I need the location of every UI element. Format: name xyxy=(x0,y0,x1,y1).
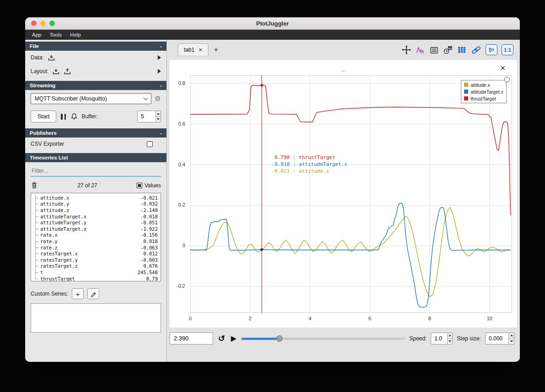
legend-label: attitude.x xyxy=(470,82,490,88)
start-button[interactable]: Start xyxy=(31,111,56,122)
timeseries-row[interactable]: rate.x-0.156 xyxy=(33,232,159,238)
add-custom-series-button[interactable]: + xyxy=(72,288,84,299)
tab-close-icon[interactable]: × xyxy=(198,48,202,52)
new-tab-button[interactable]: + xyxy=(208,45,224,54)
legend-handle-icon[interactable] xyxy=(504,77,510,82)
tab-tab1[interactable]: tab1 × xyxy=(178,43,208,56)
data-menu-arrow-icon[interactable] xyxy=(158,55,161,60)
content: File - Data: Layout: xyxy=(25,40,520,362)
collapse-icon[interactable]: - xyxy=(160,43,162,49)
link-xaxis-icon[interactable] xyxy=(471,45,481,55)
menu-item-help[interactable]: Help xyxy=(66,30,85,40)
timeseries-value: 0.79 xyxy=(146,276,159,281)
speed-input[interactable] xyxy=(431,333,447,344)
buffer-up-icon[interactable] xyxy=(156,111,160,117)
relative-time-icon[interactable]: tO xyxy=(486,44,497,55)
timeseries-row[interactable]: attitudeTarget.x-0.018 xyxy=(33,213,159,220)
edit-custom-series-button[interactable] xyxy=(87,288,99,299)
step-down-icon[interactable] xyxy=(509,339,514,344)
step-size-input[interactable] xyxy=(486,333,508,344)
timeseries-row[interactable]: rate.y0.018 xyxy=(33,238,159,244)
timeseries-row[interactable]: attitude.z-2.148 xyxy=(33,207,159,213)
timeseries-name: t xyxy=(40,270,138,275)
csv-exporter-checkbox[interactable] xyxy=(147,141,153,147)
publishers-section-header[interactable]: Publishers - xyxy=(25,128,166,138)
tree-branch-icon xyxy=(33,275,40,281)
tree-branch-icon xyxy=(33,226,40,232)
menu-item-app[interactable]: App xyxy=(28,30,45,40)
timeline-handle[interactable] xyxy=(276,335,283,342)
y-tick-label: 0.2 xyxy=(178,202,185,207)
timeseries-row[interactable]: attitude.y-0.032 xyxy=(33,201,159,207)
bell-icon[interactable] xyxy=(70,113,78,120)
timeseries-row[interactable]: ratesTarget.y-0.003 xyxy=(33,257,159,263)
buffer-input[interactable] xyxy=(138,111,155,122)
datetime-icon[interactable] xyxy=(443,45,453,55)
menu-item-tools[interactable]: Tools xyxy=(45,30,66,40)
timeseries-name: rate.x xyxy=(40,232,140,238)
legend-item[interactable]: attitude.x xyxy=(463,81,504,88)
tree-branch-icon xyxy=(33,263,40,270)
pause-icon[interactable] xyxy=(60,113,67,121)
legend-item[interactable]: attitudeTarget.x xyxy=(463,88,504,95)
play-button[interactable]: ▶ xyxy=(230,335,237,342)
tree-branch-icon xyxy=(33,207,40,213)
plot-style-icon[interactable]: A xyxy=(416,45,425,55)
ratio-1to1-icon[interactable]: 1:1 xyxy=(502,44,513,55)
file-section-title: File xyxy=(30,43,39,49)
collapse-icon[interactable]: - xyxy=(160,130,162,136)
legend-item[interactable]: thrustTarget xyxy=(463,95,504,102)
values-toggle[interactable]: Values xyxy=(137,182,161,189)
layout-menu-arrow-icon[interactable] xyxy=(158,69,161,74)
timeseries-section-title: Timeseries List xyxy=(30,155,68,160)
trash-icon[interactable] xyxy=(31,181,38,189)
timeseries-value: 0.012 xyxy=(143,251,159,256)
plot-toolbar: A tO 1:1 xyxy=(401,44,513,55)
legend-label: attitudeTarget.x xyxy=(470,89,503,95)
file-section-header[interactable]: File - xyxy=(25,42,166,51)
data-label: Data: xyxy=(31,54,44,61)
timeseries-row[interactable]: attitude.x-0.021 xyxy=(33,195,159,201)
current-time-input[interactable] xyxy=(170,332,213,344)
timeseries-row[interactable]: ratesTarget.x0.012 xyxy=(33,250,159,257)
streaming-source-select[interactable]: MQTT Subscriber (Mosquitto) xyxy=(31,93,151,104)
custom-series-list[interactable] xyxy=(31,303,161,333)
load-layout-icon[interactable] xyxy=(52,68,60,75)
timeseries-row[interactable]: rate.z-0.063 xyxy=(33,244,159,251)
desktop: { "window": { "title": "PlotJuggler" }, … xyxy=(0,0,545,392)
timeseries-row[interactable]: thrustTarget0.79 xyxy=(33,275,159,281)
timeseries-row[interactable]: t245.548 xyxy=(33,269,159,275)
step-up-icon[interactable] xyxy=(509,333,514,339)
speed-up-icon[interactable] xyxy=(448,333,452,339)
save-layout-icon[interactable] xyxy=(64,68,71,75)
timeline-slider[interactable] xyxy=(241,334,405,343)
filter-input[interactable] xyxy=(31,166,161,177)
streaming-section-header[interactable]: Streaming - xyxy=(25,81,166,90)
buffer-down-icon[interactable] xyxy=(156,117,160,122)
curve-list-icon[interactable] xyxy=(429,45,439,55)
plot-widget: ... × attitude.xattitudeTarget.xthrustTa… xyxy=(170,60,517,328)
x-tick-label: 4 xyxy=(304,316,316,321)
grid-view-icon[interactable] xyxy=(457,45,467,55)
step-size-spinbox xyxy=(485,333,514,344)
timeseries-row[interactable]: attitudeTarget.y-0.051 xyxy=(33,219,159,226)
x-tick-label: 6 xyxy=(364,316,376,321)
fullscreen-arrows-icon[interactable] xyxy=(401,45,411,55)
plot-close-button[interactable]: × xyxy=(500,64,505,72)
csv-exporter-label: CSV Exporter xyxy=(31,141,64,147)
tree-branch-icon xyxy=(33,244,40,251)
timeseries-name: attitudeTarget.x xyxy=(40,214,140,219)
gear-icon[interactable]: ⚙ xyxy=(155,95,161,103)
timeseries-value: -0.018 xyxy=(140,214,159,219)
chart-canvas[interactable] xyxy=(190,75,512,313)
loop-button[interactable]: ↺ xyxy=(217,334,226,343)
main-area: tab1 × + A xyxy=(167,40,520,362)
timeseries-section-header[interactable]: Timeseries List xyxy=(25,153,166,162)
values-checkbox-icon[interactable] xyxy=(137,183,142,188)
titlebar[interactable]: PlotJuggler xyxy=(25,17,520,30)
load-data-icon[interactable] xyxy=(48,54,55,61)
timeseries-row[interactable]: ratesTarget.z0.676 xyxy=(33,263,159,270)
collapse-icon[interactable]: - xyxy=(160,83,162,88)
timeseries-row[interactable]: attitudeTarget.z-1.922 xyxy=(33,226,159,232)
speed-down-icon[interactable] xyxy=(448,339,452,344)
